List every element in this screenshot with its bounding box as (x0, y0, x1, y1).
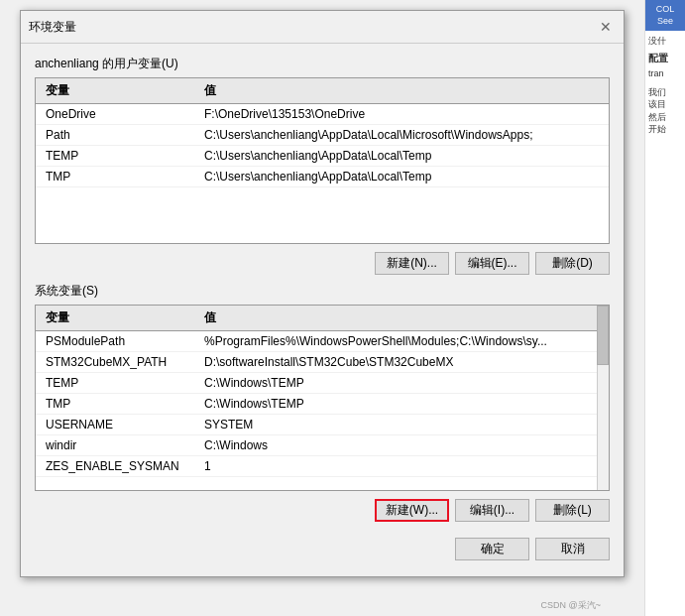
table-row[interactable]: Path C:\Users\anchenliang\AppData\Local\… (36, 125, 609, 146)
sys-var-name-6: ZES_ENABLE_SYSMAN (42, 458, 200, 474)
sys-col-variable: 变量 (42, 308, 200, 327)
sys-var-name-4: USERNAME (42, 417, 200, 432)
user-var-name-0: OneDrive (42, 106, 200, 122)
user-var-name-1: Path (42, 127, 200, 143)
right-line1: 没什 (648, 35, 682, 48)
sys-var-value-3: C:\Windows\TEMP (200, 396, 591, 412)
env-variables-dialog: 环境变量 ✕ anchenliang 的用户变量(U) 变量 值 OneDriv… (20, 10, 625, 577)
table-row[interactable]: TEMP C:\Windows\TEMP (36, 373, 597, 394)
user-table-header: 变量 值 (36, 78, 609, 104)
right-line3: 我们 (648, 86, 682, 99)
right-line2: tran (648, 67, 682, 80)
sys-new-button[interactable]: 新建(W)... (375, 499, 449, 522)
user-table-body[interactable]: OneDrive F:\OneDrive\135153\OneDrive Pat… (36, 104, 609, 243)
sys-var-name-0: PSModulePath (42, 333, 200, 349)
table-row[interactable]: STM32CubeMX_PATH D:\softwareInstall\STM3… (36, 352, 597, 373)
table-row[interactable]: ZES_ENABLE_SYSMAN 1 (36, 456, 597, 477)
user-col-value: 值 (200, 81, 603, 100)
right-panel: COL See 没什 配置 tran 我们 该目 然后 开始 (644, 0, 685, 616)
dialog-title: 环境变量 (29, 19, 76, 36)
sys-var-name-1: STM32CubeMX_PATH (42, 354, 200, 370)
user-delete-button[interactable]: 删除(D) (535, 252, 610, 275)
table-row[interactable]: windir C:\Windows (36, 435, 597, 456)
sys-var-value-1: D:\softwareInstall\STM32Cube\STM32CubeMX (200, 354, 591, 370)
sys-var-value-0: %ProgramFiles%\WindowsPowerShell\Modules… (200, 333, 591, 349)
table-row[interactable]: TMP C:\Users\anchenliang\AppData\Local\T… (36, 167, 609, 187)
ok-cancel-row: 确定 取消 (35, 530, 610, 564)
table-row[interactable]: TMP C:\Windows\TEMP (36, 394, 597, 415)
user-buttons-row: 新建(N)... 编辑(E)... 删除(D) (35, 252, 610, 275)
ok-button[interactable]: 确定 (455, 538, 529, 560)
user-var-value-0: F:\OneDrive\135153\OneDrive (200, 106, 603, 122)
right-bold1: 配置 (648, 52, 682, 65)
scrollbar-thumb[interactable] (597, 306, 609, 365)
table-row[interactable]: TEMP C:\Users\anchenliang\AppData\Local\… (36, 146, 609, 167)
user-var-name-3: TMP (42, 169, 200, 185)
dialog-body: anchenliang 的用户变量(U) 变量 值 OneDrive F:\On… (21, 44, 624, 576)
close-button[interactable]: ✕ (596, 17, 616, 37)
sys-table-header: 变量 值 (36, 306, 609, 331)
sys-var-value-2: C:\Windows\TEMP (200, 375, 591, 391)
right-line4: 该目 (648, 98, 682, 111)
user-edit-button[interactable]: 编辑(E)... (455, 252, 529, 275)
sys-delete-button[interactable]: 删除(L) (535, 499, 610, 522)
user-var-name-2: TEMP (42, 148, 200, 164)
sys-var-name-2: TEMP (42, 375, 200, 391)
user-var-value-1: C:\Users\anchenliang\AppData\Local\Micro… (200, 127, 603, 143)
system-section-label: 系统变量(S) (35, 283, 610, 300)
csdn-watermark: CSDN @采汽~ (541, 599, 601, 612)
table-row[interactable]: OneDrive F:\OneDrive\135153\OneDrive (36, 104, 609, 125)
scrollbar-track[interactable] (597, 306, 609, 490)
right-line5: 然后 (648, 111, 682, 124)
system-variables-table: 变量 值 PSModulePath %ProgramFiles%\Windows… (35, 305, 610, 491)
user-section-label: anchenliang 的用户变量(U) (35, 56, 610, 72)
sys-var-name-5: windir (42, 437, 200, 453)
user-new-button[interactable]: 新建(N)... (375, 252, 449, 275)
user-var-value-3: C:\Users\anchenliang\AppData\Local\Temp (200, 169, 603, 185)
title-bar: 环境变量 ✕ (21, 11, 624, 44)
user-var-value-2: C:\Users\anchenliang\AppData\Local\Temp (200, 148, 603, 164)
sys-var-value-5: C:\Windows (200, 437, 591, 453)
sys-edit-button[interactable]: 编辑(I)... (455, 499, 529, 522)
table-row[interactable]: PSModulePath %ProgramFiles%\WindowsPower… (36, 331, 597, 352)
user-variables-table: 变量 值 OneDrive F:\OneDrive\135153\OneDriv… (35, 77, 610, 244)
right-panel-content: 没什 配置 tran 我们 该目 然后 开始 (645, 31, 685, 140)
table-row[interactable]: USERNAME SYSTEM (36, 415, 597, 435)
right-panel-top-text: COL See (645, 0, 685, 31)
cancel-button[interactable]: 取消 (535, 538, 610, 560)
user-col-variable: 变量 (42, 81, 200, 100)
sys-table-body[interactable]: PSModulePath %ProgramFiles%\WindowsPower… (36, 331, 609, 490)
right-line6: 开始 (648, 123, 682, 136)
sys-var-value-4: SYSTEM (200, 417, 591, 432)
sys-var-value-6: 1 (200, 458, 591, 474)
sys-var-name-3: TMP (42, 396, 200, 412)
sys-col-value: 值 (200, 308, 603, 327)
sys-buttons-row: 新建(W)... 编辑(I)... 删除(L) (35, 499, 610, 522)
